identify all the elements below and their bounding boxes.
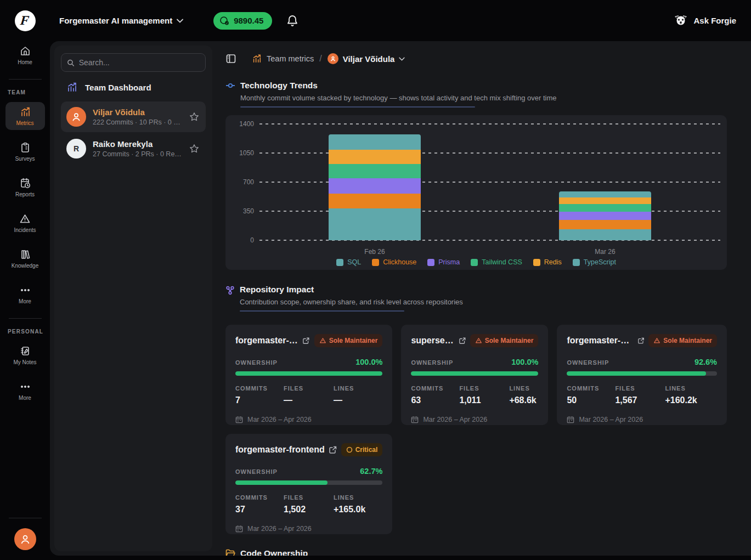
user-avatar[interactable] [14,528,36,550]
search-icon [67,59,75,67]
search-input[interactable] [79,58,200,67]
favorite-star-button[interactable] [188,143,200,155]
legend-item-sql[interactable]: SQL [336,258,361,266]
rail-item-reports[interactable]: Reports [5,173,45,201]
home-icon [20,46,31,56]
ownership-value: 62.7% [360,467,382,476]
section-header-code-ownership: Code Ownership [225,548,727,556]
rail-item-more-team[interactable]: More [5,280,45,308]
ownership-progress-fill [567,371,705,376]
y-axis-tick-label: 1400 [239,120,254,128]
repo-period: Mar 2026 – Apr 2026 [579,416,643,423]
stacked-bar-feb-26[interactable] [329,124,421,240]
legend-item-clickhouse[interactable]: Clickhouse [372,258,416,266]
legend-label: Redis [544,258,562,266]
bar-segment-redis[interactable] [559,197,651,204]
section-header-technology-trends: Technology Trends Monthly commit volume … [225,81,727,108]
ownership-progress-track [567,371,717,376]
favorite-star-button[interactable] [188,111,200,123]
legend-swatch [336,259,343,266]
ellipsis-icon [20,381,31,392]
rail-divider [9,79,42,80]
repo-period: Mar 2026 – Apr 2026 [423,416,487,423]
member-avatar [66,107,86,127]
rail-item-surveys[interactable]: Surveys [5,138,45,166]
warning-triangle-icon [475,337,482,344]
member-name: Viljar Võidula [93,108,182,117]
legend-item-redis[interactable]: Redis [533,258,562,266]
breadcrumb-team-metrics[interactable]: Team metrics [252,54,314,64]
repo-card-forgemaster-backend[interactable]: forgemaster-back... Sole Maintainer OWNE… [557,325,727,425]
chart-legend: SQLClickhousePrismaTailwind CSSRedisType… [225,258,727,266]
git-commit-icon [225,82,235,89]
bar-segment-clickhouse[interactable] [329,194,421,208]
legend-item-typescript[interactable]: TypeScript [573,258,616,266]
user-mini-avatar [327,53,338,64]
external-link-icon[interactable] [303,337,309,344]
legend-item-prisma[interactable]: Prisma [427,258,460,266]
bar-segment-clickhouse[interactable] [559,220,651,229]
member-row-viljar[interactable]: Viljar Võidula 222 Commits · 10 PRs · 0 … [61,101,206,132]
logo-container: F [0,10,50,31]
legend-swatch [471,259,478,266]
app-logo[interactable]: F [15,10,36,31]
repo-card-forgemaster-frontend[interactable]: forgemaster-frontend Critical OWNERSHIP … [225,434,392,534]
ask-forgie-button[interactable]: Ask Forgie [673,14,736,27]
bar-segment-prisma[interactable] [559,212,651,220]
bar-segment-typescript[interactable] [559,191,651,197]
rail-heading-personal: PERSONAL [8,329,47,335]
warning-triangle-icon [319,337,326,344]
ownership-progress-track [411,371,538,376]
lines-value: +165.0k [334,505,382,514]
bar-segment-typescript[interactable] [329,134,421,150]
risk-badge: Sole Maintainer [314,334,383,347]
ownership-progress-track [235,480,382,485]
breadcrumb-user-selector[interactable]: Viljar Võidula [327,53,405,64]
left-rail: Home TEAM Metrics Surveys Reports Incide… [0,41,50,560]
external-link-icon[interactable] [329,446,337,454]
repo-card-supersecret[interactable]: supersecret Sole Maintainer OWNERSHIP 10… [401,325,548,425]
metrics-icon [20,106,31,117]
external-link-icon[interactable] [459,337,466,344]
main-content: Team metrics / Viljar Võidula Technology… [212,41,751,556]
legend-swatch [573,259,580,266]
legend-swatch [533,259,540,266]
rail-item-more-personal[interactable]: More [5,377,45,405]
rail-divider [9,518,42,518]
bar-segment-sql[interactable] [559,229,651,240]
ellipsis-icon [20,285,31,296]
rail-item-incidents[interactable]: Incidents [5,209,45,237]
rail-item-my-notes[interactable]: My Notes [5,341,45,369]
pug-face-icon [673,14,688,27]
legend-item-tailwind-css[interactable]: Tailwind CSS [471,258,522,266]
legend-label: Prisma [438,258,460,266]
credits-badge[interactable]: 9890.45 [213,12,272,30]
y-axis-tick-label: 700 [243,178,254,186]
member-stats: 222 Commits · 10 PRs · 0 Rev... [93,118,182,126]
repo-card-forgemaster-infra[interactable]: forgemaster-infra Sole Maintainer OWNERS… [225,325,392,425]
rail-item-knowledge[interactable]: Knowledge [5,245,45,273]
calendar-icon [235,525,243,533]
notifications-bell-button[interactable] [286,14,298,27]
rail-item-metrics[interactable]: Metrics [5,102,45,130]
sidebar-toggle-button[interactable] [225,53,236,64]
stacked-bar-mar-26[interactable] [559,124,651,240]
section-title: Technology Trends [240,81,557,90]
bar-segment-tailwind-css[interactable] [559,204,651,212]
bar-segment-tailwind-css[interactable] [329,164,421,179]
workspace-title: Forgemaster AI management [59,16,172,25]
section-subtitle: Monthly commit volume stacked by technol… [240,94,557,102]
rail-item-home[interactable]: Home [5,41,45,69]
team-dashboard-link[interactable]: Team Dashboard [61,72,206,101]
bar-segment-redis[interactable] [329,150,421,164]
section-underline [240,310,404,312]
commits-value: 37 [235,505,284,514]
team-dashboard-label: Team Dashboard [85,83,151,92]
coin-icon [219,15,230,26]
workspace-switcher[interactable]: Forgemaster AI management [59,16,183,25]
bar-segment-prisma[interactable] [329,178,421,194]
external-link-icon[interactable] [638,337,645,344]
member-row-raiko[interactable]: R Raiko Merekyla 27 Commits · 2 PRs · 0 … [61,133,206,164]
bar-segment-sql[interactable] [329,208,421,240]
star-icon [189,144,199,154]
